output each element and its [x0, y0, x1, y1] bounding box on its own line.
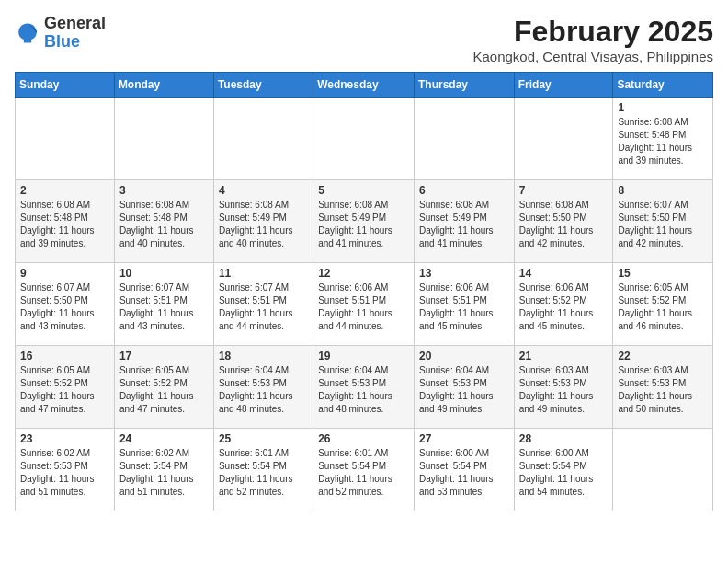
calendar-cell: 19Sunrise: 6:04 AM Sunset: 5:53 PM Dayli…: [313, 346, 415, 429]
day-info: Sunrise: 6:06 AM Sunset: 5:52 PM Dayligh…: [519, 282, 594, 331]
calendar-cell: [16, 98, 115, 180]
day-number: 23: [20, 432, 109, 445]
calendar-table: SundayMondayTuesdayWednesdayThursdayFrid…: [15, 72, 713, 511]
calendar-cell: 1Sunrise: 6:08 AM Sunset: 5:48 PM Daylig…: [613, 98, 713, 180]
calendar-cell: 9Sunrise: 6:07 AM Sunset: 5:50 PM Daylig…: [16, 263, 115, 346]
header-row: SundayMondayTuesdayWednesdayThursdayFrid…: [16, 73, 713, 98]
day-info: Sunrise: 6:05 AM Sunset: 5:52 PM Dayligh…: [119, 365, 194, 414]
calendar-cell: 23Sunrise: 6:02 AM Sunset: 5:53 PM Dayli…: [16, 429, 115, 511]
day-info: Sunrise: 6:05 AM Sunset: 5:52 PM Dayligh…: [618, 282, 692, 331]
logo-general-text: General: [44, 14, 106, 32]
day-number: 5: [318, 184, 409, 197]
day-number: 25: [219, 432, 308, 445]
day-info: Sunrise: 6:07 AM Sunset: 5:50 PM Dayligh…: [618, 200, 692, 248]
calendar-cell: 3Sunrise: 6:08 AM Sunset: 5:48 PM Daylig…: [114, 180, 213, 263]
calendar-cell: 28Sunrise: 6:00 AM Sunset: 5:54 PM Dayli…: [514, 429, 613, 511]
day-info: Sunrise: 6:04 AM Sunset: 5:53 PM Dayligh…: [219, 365, 293, 414]
day-number: 1: [618, 101, 708, 114]
day-number: 3: [119, 184, 209, 197]
header-tuesday: Tuesday: [213, 73, 313, 98]
day-info: Sunrise: 6:00 AM Sunset: 5:54 PM Dayligh…: [519, 448, 594, 497]
day-number: 10: [119, 267, 209, 280]
calendar-cell: 2Sunrise: 6:08 AM Sunset: 5:48 PM Daylig…: [16, 180, 115, 263]
header: General Blue February 2025 Kaongkod, Cen…: [15, 15, 713, 64]
header-thursday: Thursday: [414, 73, 514, 98]
day-info: Sunrise: 6:01 AM Sunset: 5:54 PM Dayligh…: [318, 448, 392, 497]
calendar-cell: [613, 429, 713, 511]
day-info: Sunrise: 6:01 AM Sunset: 5:54 PM Dayligh…: [219, 448, 293, 497]
header-sunday: Sunday: [16, 73, 115, 98]
day-number: 17: [119, 350, 209, 362]
day-number: 20: [419, 350, 509, 362]
day-info: Sunrise: 6:04 AM Sunset: 5:53 PM Dayligh…: [419, 365, 494, 414]
day-info: Sunrise: 6:08 AM Sunset: 5:49 PM Dayligh…: [318, 200, 392, 248]
header-wednesday: Wednesday: [313, 73, 415, 98]
header-friday: Friday: [514, 73, 613, 98]
week-row-1: 1Sunrise: 6:08 AM Sunset: 5:48 PM Daylig…: [16, 98, 713, 180]
calendar-cell: 16Sunrise: 6:05 AM Sunset: 5:52 PM Dayli…: [16, 346, 115, 429]
day-info: Sunrise: 6:04 AM Sunset: 5:53 PM Dayligh…: [318, 365, 392, 414]
header-monday: Monday: [114, 73, 213, 98]
calendar-cell: 5Sunrise: 6:08 AM Sunset: 5:49 PM Daylig…: [313, 180, 415, 263]
day-info: Sunrise: 6:07 AM Sunset: 5:51 PM Dayligh…: [219, 282, 293, 331]
day-info: Sunrise: 6:07 AM Sunset: 5:51 PM Dayligh…: [119, 282, 194, 331]
week-row-4: 16Sunrise: 6:05 AM Sunset: 5:52 PM Dayli…: [16, 346, 713, 429]
calendar-cell: 6Sunrise: 6:08 AM Sunset: 5:49 PM Daylig…: [414, 180, 514, 263]
day-number: 9: [20, 267, 109, 280]
day-info: Sunrise: 6:08 AM Sunset: 5:50 PM Dayligh…: [519, 200, 594, 248]
calendar-cell: 12Sunrise: 6:06 AM Sunset: 5:51 PM Dayli…: [313, 263, 415, 346]
main-title: February 2025: [472, 15, 713, 49]
calendar-cell: 21Sunrise: 6:03 AM Sunset: 5:53 PM Dayli…: [514, 346, 613, 429]
logo-blue-text: Blue: [44, 32, 80, 51]
day-info: Sunrise: 6:08 AM Sunset: 5:48 PM Dayligh…: [119, 200, 194, 248]
day-number: 13: [419, 267, 509, 280]
calendar-cell: 17Sunrise: 6:05 AM Sunset: 5:52 PM Dayli…: [114, 346, 213, 429]
day-number: 15: [618, 267, 708, 280]
day-info: Sunrise: 6:08 AM Sunset: 5:49 PM Dayligh…: [219, 200, 293, 248]
calendar-cell: 26Sunrise: 6:01 AM Sunset: 5:54 PM Dayli…: [313, 429, 415, 511]
day-info: Sunrise: 6:08 AM Sunset: 5:48 PM Dayligh…: [618, 117, 692, 166]
day-info: Sunrise: 6:00 AM Sunset: 5:54 PM Dayligh…: [419, 448, 494, 497]
week-row-2: 2Sunrise: 6:08 AM Sunset: 5:48 PM Daylig…: [16, 180, 713, 263]
day-number: 4: [219, 184, 308, 197]
calendar-cell: 11Sunrise: 6:07 AM Sunset: 5:51 PM Dayli…: [213, 263, 313, 346]
calendar-cell: 10Sunrise: 6:07 AM Sunset: 5:51 PM Dayli…: [114, 263, 213, 346]
day-number: 28: [519, 432, 609, 445]
title-area: February 2025 Kaongkod, Central Visayas,…: [472, 15, 713, 64]
day-info: Sunrise: 6:06 AM Sunset: 5:51 PM Dayligh…: [419, 282, 494, 331]
day-info: Sunrise: 6:03 AM Sunset: 5:53 PM Dayligh…: [519, 365, 594, 414]
logo-text: General Blue: [44, 15, 106, 52]
day-number: 16: [20, 350, 109, 362]
day-number: 6: [419, 184, 509, 197]
calendar-cell: [114, 98, 213, 180]
day-number: 11: [219, 267, 308, 280]
calendar-cell: 7Sunrise: 6:08 AM Sunset: 5:50 PM Daylig…: [514, 180, 613, 263]
calendar-cell: 14Sunrise: 6:06 AM Sunset: 5:52 PM Dayli…: [514, 263, 613, 346]
day-number: 24: [119, 432, 209, 445]
subtitle: Kaongkod, Central Visayas, Philippines: [472, 49, 713, 64]
day-info: Sunrise: 6:08 AM Sunset: 5:49 PM Dayligh…: [419, 200, 494, 248]
calendar-cell: [414, 98, 514, 180]
calendar-cell: 27Sunrise: 6:00 AM Sunset: 5:54 PM Dayli…: [414, 429, 514, 511]
header-saturday: Saturday: [613, 73, 713, 98]
calendar-cell: 8Sunrise: 6:07 AM Sunset: 5:50 PM Daylig…: [613, 180, 713, 263]
week-row-3: 9Sunrise: 6:07 AM Sunset: 5:50 PM Daylig…: [16, 263, 713, 346]
calendar-cell: 4Sunrise: 6:08 AM Sunset: 5:49 PM Daylig…: [213, 180, 313, 263]
day-number: 12: [318, 267, 409, 280]
day-number: 8: [618, 184, 708, 197]
calendar-cell: 18Sunrise: 6:04 AM Sunset: 5:53 PM Dayli…: [213, 346, 313, 429]
day-number: 27: [419, 432, 509, 445]
calendar-cell: 24Sunrise: 6:02 AM Sunset: 5:54 PM Dayli…: [114, 429, 213, 511]
day-info: Sunrise: 6:03 AM Sunset: 5:53 PM Dayligh…: [618, 365, 692, 414]
day-info: Sunrise: 6:05 AM Sunset: 5:52 PM Dayligh…: [20, 365, 95, 414]
calendar-cell: 25Sunrise: 6:01 AM Sunset: 5:54 PM Dayli…: [213, 429, 313, 511]
day-info: Sunrise: 6:07 AM Sunset: 5:50 PM Dayligh…: [20, 282, 95, 331]
week-row-5: 23Sunrise: 6:02 AM Sunset: 5:53 PM Dayli…: [16, 429, 713, 511]
calendar-cell: [514, 98, 613, 180]
day-info: Sunrise: 6:06 AM Sunset: 5:51 PM Dayligh…: [318, 282, 392, 331]
calendar-cell: 22Sunrise: 6:03 AM Sunset: 5:53 PM Dayli…: [613, 346, 713, 429]
day-info: Sunrise: 6:08 AM Sunset: 5:48 PM Dayligh…: [20, 200, 95, 248]
calendar-cell: [213, 98, 313, 180]
calendar-cell: 15Sunrise: 6:05 AM Sunset: 5:52 PM Dayli…: [613, 263, 713, 346]
logo-icon: [15, 20, 40, 46]
